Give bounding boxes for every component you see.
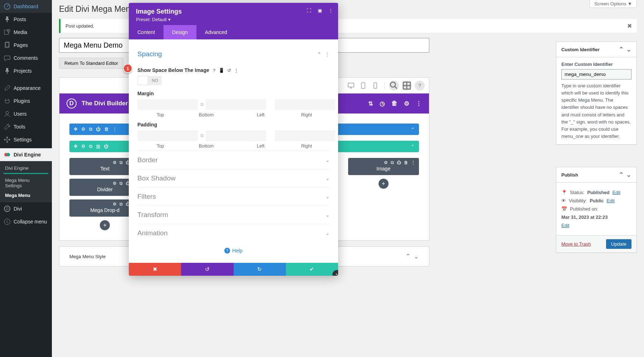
settings-icon[interactable]: ⚙ (404, 100, 409, 107)
identifier-input[interactable] (561, 69, 631, 79)
power-icon[interactable]: ⏻ (96, 126, 101, 132)
gear-icon[interactable]: ⚙ (81, 126, 86, 132)
modal-cancel-button[interactable]: ✖ (129, 263, 181, 276)
show-space-toggle[interactable]: NO (137, 76, 162, 85)
gear-icon[interactable]: ⚙ (113, 181, 117, 186)
history-icon[interactable]: ◷ (380, 100, 385, 107)
chevron-down-icon[interactable]: ⌄ (626, 171, 631, 179)
collapse-section-icon[interactable]: ⌃ (411, 127, 415, 132)
columns-icon[interactable]: ▥ (96, 144, 100, 149)
more-icon[interactable]: ⋮ (325, 52, 330, 57)
chevron-down-icon[interactable]: ⌄ (414, 252, 419, 260)
modal-preset[interactable]: Preset: Default ▾ (136, 17, 331, 22)
sidebar-item-projects[interactable]: Projects (0, 64, 52, 77)
reset-icon[interactable]: ↺ (227, 68, 231, 73)
collapse-row-icon[interactable]: ⌃ (411, 144, 415, 149)
move-to-trash-link[interactable]: Move to Trash (561, 241, 591, 247)
chevron-up-icon[interactable]: ⌃ (619, 45, 624, 53)
duplicate-icon[interactable]: ⧉ (89, 144, 92, 149)
margin-top-input[interactable] (137, 99, 198, 110)
link-icon[interactable]: ⧉ (198, 133, 206, 139)
tab-design[interactable]: Design (164, 25, 196, 39)
more-icon[interactable]: ⋮ (234, 68, 239, 73)
border-section-header[interactable]: Border⌄ (137, 151, 330, 169)
zoom-icon[interactable] (389, 81, 399, 91)
transform-section-header[interactable]: Transform⌄ (137, 206, 330, 224)
help-icon[interactable]: ? (213, 68, 216, 73)
more-icon[interactable]: ⋮ (411, 160, 415, 165)
sidebar-item-appearance[interactable]: Appearance (0, 82, 52, 95)
chevron-down-icon[interactable]: ⌄ (626, 45, 631, 53)
expand-icon[interactable]: ⛶ (307, 8, 311, 13)
padding-left-input[interactable] (275, 130, 335, 141)
move-icon[interactable]: ✥ (74, 126, 78, 132)
sidebar-item-pages[interactable]: Pages (0, 39, 52, 52)
delete-icon[interactable]: 🗑 (104, 126, 109, 132)
modal-redo-button[interactable]: ↻ (234, 263, 286, 276)
edit-visibility-link[interactable]: Edit (606, 198, 614, 203)
gear-icon[interactable]: ⚙ (113, 160, 117, 165)
delete-icon[interactable]: 🗑 (391, 100, 397, 107)
sidebar-item-collapse[interactable]: Collapse menu (0, 215, 52, 228)
more-icon[interactable]: ⋮ (416, 100, 422, 107)
sidebar-item-settings[interactable]: Settings (0, 133, 52, 146)
gear-icon[interactable]: ⚙ (113, 202, 117, 207)
modal-undo-button[interactable]: ↺ (181, 263, 233, 276)
chevron-up-icon[interactable]: ⌃ (619, 171, 624, 179)
duplicate-icon[interactable]: ⧉ (89, 126, 92, 132)
sidebar-item-users[interactable]: Users (0, 107, 52, 120)
edit-date-link[interactable]: Edit (561, 223, 631, 228)
duplicate-icon[interactable]: ⧉ (391, 160, 394, 165)
help-link[interactable]: ?Help (137, 242, 330, 261)
desktop-icon[interactable] (346, 82, 356, 89)
move-icon[interactable]: ✥ (74, 144, 78, 149)
padding-bottom-input[interactable] (206, 130, 266, 141)
help-icon[interactable]: ? (415, 81, 425, 91)
tab-content[interactable]: Content (129, 25, 164, 39)
sort-icon[interactable]: ⇅ (368, 100, 373, 107)
sidebar-sub-mega-menu-settings[interactable]: Mega Menu Settings (0, 175, 52, 190)
update-button[interactable]: Update (606, 239, 631, 249)
more-icon[interactable]: ⋮ (328, 8, 333, 13)
phone-icon[interactable] (371, 82, 380, 89)
tablet-icon[interactable] (358, 82, 368, 89)
notice-dismiss-icon[interactable]: ✖ (627, 23, 632, 29)
sidebar-sub-divi-engine[interactable]: Divi Engine (0, 163, 52, 173)
duplicate-icon[interactable]: ⧉ (119, 181, 123, 186)
sidebar-sub-mega-menu[interactable]: Mega Menu (0, 190, 52, 200)
sidebar-item-divi-engine[interactable]: Divi Engine (0, 148, 52, 161)
edit-status-link[interactable]: Edit (613, 190, 620, 195)
gear-icon[interactable]: ⚙ (81, 144, 86, 149)
margin-left-input[interactable] (275, 99, 335, 110)
return-standard-editor-button[interactable]: Return To Standard Editor (59, 58, 123, 69)
add-module-button[interactable]: + (379, 179, 389, 189)
sidebar-item-posts[interactable]: Posts (0, 13, 52, 26)
screen-options-button[interactable]: Screen Options ▼ (590, 0, 637, 8)
link-icon[interactable]: ⧉ (335, 102, 338, 107)
add-module-button[interactable]: + (100, 220, 110, 230)
phone-icon[interactable]: 📱 (219, 68, 224, 73)
sidebar-item-plugins[interactable]: Plugins (0, 95, 52, 107)
filters-section-header[interactable]: Filters⌄ (137, 187, 330, 206)
chevron-up-icon[interactable]: ⌃ (405, 252, 411, 260)
link-icon[interactable]: ⧉ (198, 102, 206, 107)
duplicate-icon[interactable]: ⧉ (119, 160, 123, 165)
tab-advanced[interactable]: Advanced (196, 25, 236, 39)
snap-icon[interactable]: ▣ (318, 8, 322, 13)
link-icon[interactable]: ⧉ (335, 133, 338, 139)
duplicate-icon[interactable]: ⧉ (119, 202, 123, 207)
box-shadow-section-header[interactable]: Box Shadow⌄ (137, 169, 330, 187)
more-icon[interactable]: ⋮ (112, 126, 117, 132)
power-icon[interactable]: ⏻ (397, 160, 401, 165)
animation-section-header[interactable]: Animation⌄ (137, 224, 330, 242)
module-image[interactable]: ⚙⧉⏻🗑⋮ Image (348, 158, 419, 175)
margin-bottom-input[interactable] (206, 99, 266, 110)
sidebar-item-dashboard[interactable]: Dashboard (0, 0, 52, 13)
padding-top-input[interactable] (137, 130, 198, 141)
delete-icon[interactable]: 🗑 (404, 160, 408, 165)
sidebar-item-divi[interactable]: DDivi (0, 202, 52, 215)
wireframe-icon[interactable] (402, 81, 412, 91)
sidebar-item-comments[interactable]: Comments (0, 52, 52, 64)
spacing-section-header[interactable]: Spacing ⌃⋮ (137, 45, 330, 63)
sidebar-item-media[interactable]: Media (0, 26, 52, 39)
